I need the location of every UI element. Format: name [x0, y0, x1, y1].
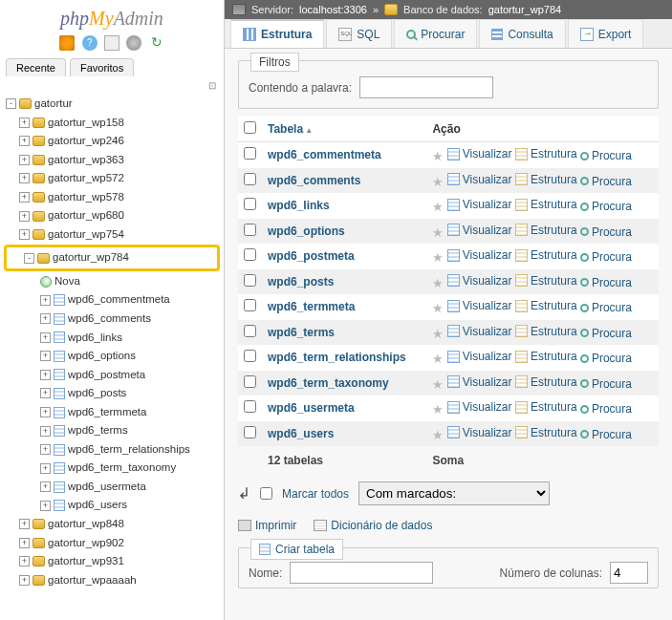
action-search[interactable]: Procura [580, 402, 632, 416]
expand-icon[interactable]: + [19, 173, 30, 183]
print-link[interactable]: Imprimir [238, 519, 296, 532]
tree-item[interactable]: +gatortur_wp572 [2, 169, 222, 188]
collapse-icon[interactable]: ⊡ [0, 76, 224, 91]
tree-item[interactable]: +gatortur_wp578 [2, 188, 222, 207]
breadcrumb-server[interactable]: localhost:3306 [299, 4, 367, 15]
action-search[interactable]: Procura [580, 200, 632, 213]
expand-icon[interactable]: + [40, 481, 51, 492]
table-name-link[interactable]: wpd6_term_relationships [268, 351, 406, 364]
tree-item[interactable]: +gatortur_wp158 [2, 114, 222, 133]
action-visualize[interactable]: Visualizar [447, 173, 512, 186]
favorite-icon[interactable]: ★ [432, 149, 444, 163]
expand-icon[interactable]: + [19, 575, 30, 586]
expand-icon[interactable]: + [19, 155, 30, 165]
check-all-header[interactable] [244, 121, 256, 134]
bulk-action-select[interactable]: Com marcados: [358, 481, 550, 505]
favorite-icon[interactable]: ★ [432, 250, 444, 265]
action-search[interactable]: Procura [580, 301, 632, 314]
tree-item[interactable]: +wpd6_usermeta [2, 478, 222, 497]
check-all-label[interactable]: Marcar todos [282, 487, 349, 501]
settings-icon[interactable] [126, 35, 141, 51]
reload-icon[interactable]: ↻ [149, 35, 164, 51]
tree-item[interactable]: +gatortur_wp931 [2, 552, 222, 571]
expand-icon[interactable]: + [19, 118, 30, 128]
breadcrumb-db[interactable]: gatortur_wp784 [488, 4, 561, 15]
create-name-input[interactable] [290, 562, 433, 584]
action-search[interactable]: Procura [580, 276, 632, 289]
action-search[interactable]: Procura [580, 428, 632, 441]
action-structure[interactable]: Estrutura [515, 426, 577, 439]
tree-item[interactable]: +wpd6_postmeta [2, 366, 222, 385]
data-dictionary-link[interactable]: Dicionário de dados [314, 519, 432, 532]
help-icon[interactable]: ? [82, 35, 98, 51]
tree-item[interactable]: +gatortur_wp754 [2, 225, 222, 245]
tab-query[interactable]: Consulta [479, 19, 565, 48]
tab-structure[interactable]: Estrutura [230, 19, 324, 48]
home-icon[interactable] [59, 35, 75, 51]
favorite-icon[interactable]: ★ [432, 174, 444, 188]
expand-icon[interactable]: + [40, 407, 51, 417]
expand-icon[interactable]: + [19, 192, 30, 203]
action-search[interactable]: Procura [580, 377, 632, 391]
action-structure[interactable]: Estrutura [515, 274, 577, 288]
table-name-link[interactable]: wpd6_posts [268, 275, 334, 289]
action-structure[interactable]: Estrutura [515, 248, 577, 262]
action-structure[interactable]: Estrutura [515, 400, 577, 414]
favorite-icon[interactable]: ★ [432, 352, 444, 366]
tab-recent[interactable]: Recente [6, 58, 66, 76]
tree-item[interactable]: -gatortur_wp784 [7, 248, 217, 267]
tree-item[interactable]: +gatortur_wp363 [2, 151, 222, 170]
table-name-link[interactable]: wpd6_commentmeta [268, 148, 381, 161]
action-search[interactable]: Procura [580, 149, 632, 162]
favorite-icon[interactable]: ★ [432, 402, 444, 417]
action-search[interactable]: Procura [580, 225, 632, 239]
action-structure[interactable]: Estrutura [515, 198, 577, 211]
action-structure[interactable]: Estrutura [515, 350, 577, 363]
tab-export[interactable]: Export [568, 19, 644, 48]
tree-item[interactable]: -gatortur [2, 95, 222, 114]
tree-item[interactable]: +gatortur_wpaaaah [2, 571, 222, 590]
favorite-icon[interactable]: ★ [432, 275, 444, 289]
row-checkbox[interactable] [244, 198, 256, 210]
tree-item[interactable]: +wpd6_term_taxonomy [2, 459, 222, 478]
action-visualize[interactable]: Visualizar [447, 325, 512, 338]
table-name-link[interactable]: wpd6_termmeta [268, 300, 355, 313]
tree-item[interactable]: +gatortur_wp902 [2, 534, 222, 553]
tree-item[interactable]: +wpd6_terms [2, 421, 222, 440]
th-table[interactable]: Tabela [262, 117, 426, 142]
tree-item[interactable]: +gatortur_wp680 [2, 206, 222, 225]
table-name-link[interactable]: wpd6_links [268, 199, 330, 212]
docs-icon[interactable] [104, 35, 119, 51]
tree-item[interactable]: Nova [2, 272, 222, 291]
tree-item[interactable]: +wpd6_term_relationships [2, 440, 222, 460]
favorite-icon[interactable]: ★ [432, 376, 444, 391]
expand-icon[interactable]: + [19, 556, 30, 567]
action-search[interactable]: Procura [580, 250, 632, 264]
row-checkbox[interactable] [244, 248, 256, 261]
tree-item[interactable]: +gatortur_wp246 [2, 132, 222, 151]
action-visualize[interactable]: Visualizar [447, 198, 512, 211]
action-visualize[interactable]: Visualizar [447, 147, 512, 160]
expand-icon[interactable]: + [40, 295, 51, 306]
favorite-icon[interactable]: ★ [432, 301, 444, 315]
action-structure[interactable]: Estrutura [515, 224, 577, 237]
row-checkbox[interactable] [244, 375, 256, 388]
expand-icon[interactable]: + [40, 426, 51, 437]
row-checkbox[interactable] [244, 274, 256, 287]
tree-item[interactable]: +wpd6_users [2, 496, 222, 515]
expand-icon[interactable]: + [40, 351, 51, 361]
tab-search[interactable]: Procurar [394, 19, 477, 48]
expand-icon[interactable]: + [40, 388, 51, 398]
favorite-icon[interactable]: ★ [432, 326, 444, 340]
action-visualize[interactable]: Visualizar [447, 299, 512, 312]
expand-icon[interactable]: + [40, 501, 51, 511]
table-name-link[interactable]: wpd6_usermeta [268, 401, 355, 415]
filter-input[interactable] [359, 76, 493, 98]
row-checkbox[interactable] [244, 325, 256, 337]
tree-item[interactable]: +wpd6_links [2, 329, 222, 348]
expand-icon[interactable]: + [40, 332, 51, 343]
action-structure[interactable]: Estrutura [515, 147, 577, 160]
table-name-link[interactable]: wpd6_terms [268, 326, 335, 339]
collapse-icon[interactable]: - [24, 253, 34, 264]
action-structure[interactable]: Estrutura [515, 173, 577, 186]
